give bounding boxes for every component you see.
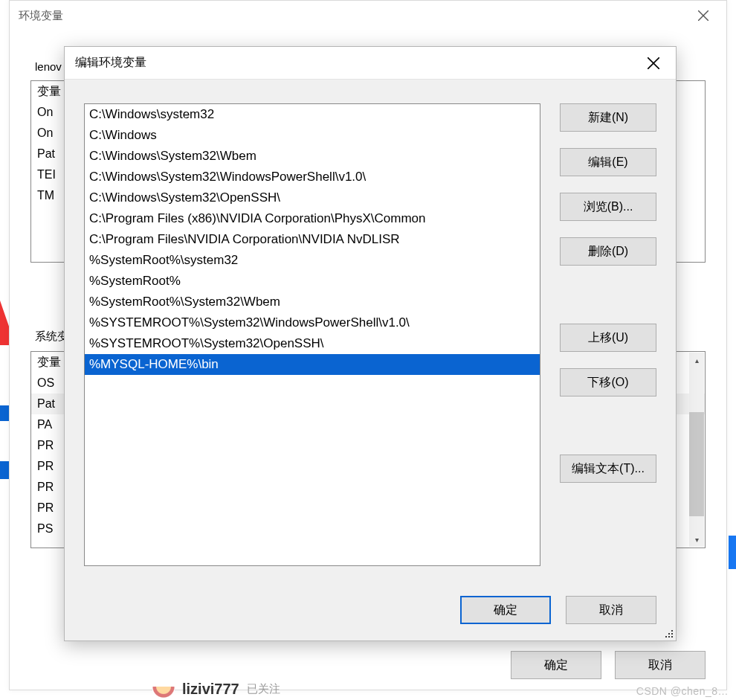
dialog-title: 编辑环境变量 <box>75 55 146 71</box>
titlebar: 编辑环境变量 <box>65 47 676 80</box>
path-item[interactable]: C:\Windows\system32 <box>85 104 540 125</box>
path-item[interactable]: %SystemRoot% <box>85 271 540 292</box>
scroll-thumb[interactable] <box>689 412 704 516</box>
follow-fragment: 已关注 <box>247 682 280 696</box>
path-item[interactable]: C:\Windows\System32\OpenSSH\ <box>85 187 540 208</box>
background-decoration <box>729 536 736 569</box>
svg-point-4 <box>671 630 673 632</box>
delete-button[interactable]: 删除(D) <box>560 237 656 266</box>
path-item[interactable]: %SYSTEMROOT%\System32\WindowsPowerShell\… <box>85 312 540 333</box>
username-fragment: lizivi777 <box>182 681 239 698</box>
scrollbar[interactable]: ▴ ▾ <box>689 353 704 547</box>
svg-point-7 <box>665 636 667 638</box>
path-item[interactable]: C:\Windows\System32\WindowsPowerShell\v1… <box>85 167 540 187</box>
path-list[interactable]: C:\Windows\system32C:\WindowsC:\Windows\… <box>84 103 540 566</box>
path-item[interactable]: %MYSQL-HOME%\bin <box>85 354 540 375</box>
scroll-up-icon[interactable]: ▴ <box>689 353 704 367</box>
cancel-button[interactable]: 取消 <box>566 596 656 624</box>
watermark: CSDN @chen_8… <box>636 685 729 697</box>
path-item[interactable]: C:\Program Files\NVIDIA Corporation\NVID… <box>85 229 540 250</box>
ok-button[interactable]: 确定 <box>511 651 601 679</box>
edit-button[interactable]: 编辑(E) <box>560 148 656 176</box>
titlebar: 环境变量 <box>10 1 726 30</box>
path-item[interactable]: C:\Windows <box>85 125 540 146</box>
close-icon[interactable] <box>686 1 720 30</box>
svg-point-5 <box>668 633 670 635</box>
path-item[interactable]: C:\Windows\System32\Wbem <box>85 146 540 167</box>
edit-env-var-dialog: 编辑环境变量 C:\Windows\system32C:\WindowsC:\W… <box>64 46 677 641</box>
cancel-button[interactable]: 取消 <box>615 651 706 679</box>
new-button[interactable]: 新建(N) <box>560 103 656 132</box>
browse-button[interactable]: 浏览(B)... <box>560 193 656 221</box>
path-item[interactable]: C:\Program Files (x86)\NVIDIA Corporatio… <box>85 208 540 229</box>
edit-text-button[interactable]: 编辑文本(T)... <box>560 455 656 483</box>
move-down-button[interactable]: 下移(O) <box>560 368 656 396</box>
ok-button[interactable]: 确定 <box>460 596 551 624</box>
close-icon[interactable] <box>636 47 671 80</box>
move-up-button[interactable]: 上移(U) <box>560 324 656 352</box>
path-item[interactable]: %SystemRoot%\system32 <box>85 250 540 271</box>
resize-grip-icon[interactable] <box>662 627 674 639</box>
avatar <box>152 678 175 700</box>
background-user-fragment: lizivi777 已关注 <box>152 678 280 700</box>
scroll-down-icon[interactable]: ▾ <box>689 532 704 547</box>
svg-point-8 <box>668 636 670 638</box>
window-title: 环境变量 <box>19 9 63 23</box>
path-item[interactable]: %SYSTEMROOT%\System32\OpenSSH\ <box>85 333 540 354</box>
path-item[interactable]: %SystemRoot%\System32\Wbem <box>85 292 540 312</box>
svg-point-6 <box>671 633 673 635</box>
svg-point-9 <box>671 636 673 638</box>
